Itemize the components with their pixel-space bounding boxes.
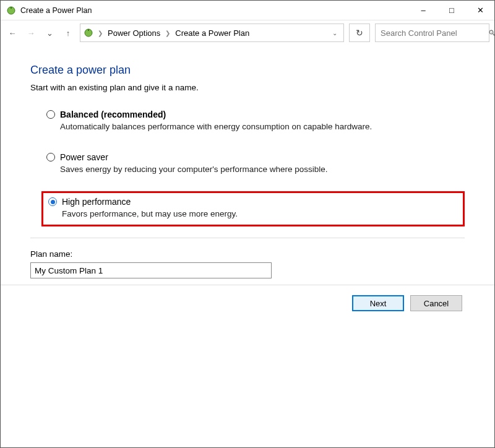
up-button[interactable]: ↑ (61, 25, 75, 40)
chevron-right-icon: ❯ (164, 30, 171, 37)
back-button[interactable]: ← (6, 25, 19, 40)
titlebar: Create a Power Plan – □ ✕ (1, 1, 494, 20)
radio-icon[interactable] (46, 110, 55, 119)
plan-option-title: High performance (62, 197, 131, 207)
svg-rect-3 (88, 29, 89, 31)
breadcrumb-item[interactable]: Create a Power Plan (174, 28, 251, 38)
plan-option-desc: Favors performance, but may use more ene… (62, 209, 458, 218)
chevron-right-icon: ❯ (97, 30, 104, 37)
window-battery-icon (6, 5, 17, 16)
breadcrumb-item[interactable]: Power Options (106, 28, 161, 38)
toolbar: ← → ⌄ ↑ ❯ Power Options ❯ Create a Power… (1, 20, 494, 45)
plan-name-label: Plan name: (30, 249, 465, 259)
history-dropdown[interactable]: ⌄ (43, 25, 56, 40)
page-heading: Create a power plan (30, 64, 465, 77)
plan-options: Balanced (recommended) Automatically bal… (41, 106, 465, 226)
radio-icon[interactable] (46, 153, 55, 162)
window-title: Create a Power Plan (20, 6, 409, 15)
search-icon: 🔍︎ (488, 28, 495, 38)
search-input[interactable] (381, 28, 484, 38)
plan-name-input[interactable] (30, 262, 272, 278)
plan-option-desc: Automatically balances performance with … (60, 122, 460, 131)
address-dropdown[interactable]: ⌄ (329, 30, 341, 37)
refresh-button[interactable]: ↻ (349, 24, 370, 42)
next-button[interactable]: Next (352, 295, 404, 311)
minimize-button[interactable]: – (409, 1, 437, 20)
divider (30, 238, 465, 238)
search-box[interactable]: 🔍︎ (375, 24, 489, 42)
page-subheading: Start with an existing plan and give it … (30, 83, 465, 92)
plan-option-title: Power saver (60, 152, 108, 162)
plan-option-title: Balanced (recommended) (60, 110, 166, 119)
forward-button[interactable]: → (24, 25, 38, 40)
close-button[interactable]: ✕ (466, 1, 494, 20)
plan-option-high-performance[interactable]: High performance Favors performance, but… (41, 191, 465, 226)
footer: Next Cancel (1, 285, 494, 321)
radio-icon[interactable] (48, 197, 57, 206)
plan-option-balanced[interactable]: Balanced (recommended) Automatically bal… (41, 106, 465, 137)
window-controls: – □ ✕ (409, 1, 494, 20)
address-bar[interactable]: ❯ Power Options ❯ Create a Power Plan ⌄ (80, 24, 344, 42)
svg-rect-1 (11, 7, 12, 9)
plan-option-desc: Saves energy by reducing your computer's… (60, 165, 460, 174)
cancel-button[interactable]: Cancel (410, 295, 462, 311)
content: Create a power plan Start with an existi… (1, 45, 494, 285)
maximize-button[interactable]: □ (437, 1, 466, 20)
address-battery-icon (83, 27, 94, 38)
plan-option-power-saver[interactable]: Power saver Saves energy by reducing you… (41, 149, 465, 180)
